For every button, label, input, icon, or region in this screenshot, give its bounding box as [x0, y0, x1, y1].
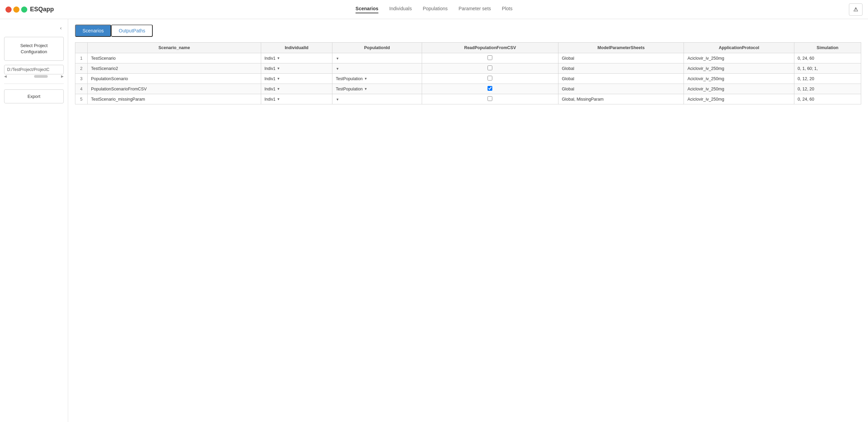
application-protocol-cell: Aciclovir_iv_250mg	[684, 63, 794, 74]
simulation-cell: 0, 24, 60	[794, 94, 861, 104]
col-header-application-protocol: ApplicationProtocol	[684, 43, 794, 53]
application-protocol-cell: Aciclovir_iv_250mg	[684, 53, 794, 63]
individual-id-dropdown[interactable]: Indiv1 ▼	[265, 97, 280, 102]
dropdown-arrow-individual: ▼	[277, 97, 280, 101]
row-number-cell: 5	[75, 94, 88, 104]
top-nav: ESQapp Scenarios Individuals Populations…	[0, 0, 868, 19]
nav-tab-plots[interactable]: Plots	[502, 6, 512, 13]
nav-right: ⚠	[849, 3, 863, 16]
individual-id-dropdown[interactable]: Indiv1 ▼	[265, 56, 280, 61]
simulation-cell: 0, 12, 20	[794, 84, 861, 94]
population-id-dropdown[interactable]: ▼	[336, 98, 339, 101]
model-parameter-sheets-cell: Global	[558, 74, 684, 84]
logo-circle-yellow	[13, 6, 19, 13]
read-population-csv-cell[interactable]	[422, 63, 558, 74]
population-id-cell[interactable]: ▼	[332, 94, 422, 104]
dropdown-arrow-population: ▼	[364, 87, 368, 91]
dropdown-arrow-individual: ▼	[277, 87, 280, 91]
read-population-checkbox[interactable]	[488, 96, 492, 101]
read-population-checkbox[interactable]	[488, 86, 492, 91]
table-row: 3PopulationScenarioIndiv1 ▼TestPopulatio…	[75, 74, 861, 84]
warning-button[interactable]: ⚠	[849, 3, 863, 16]
table-header-row: Scenario_name IndividualId PopulationId …	[75, 43, 861, 53]
sub-tab-output-paths[interactable]: OutputPaths	[111, 25, 153, 37]
population-id-cell[interactable]: TestPopulation ▼	[332, 74, 422, 84]
sub-tab-scenarios[interactable]: Scenarios	[75, 25, 111, 37]
logo-circles	[5, 6, 27, 13]
model-parameter-sheets-cell: Global	[558, 53, 684, 63]
read-population-checkbox[interactable]	[488, 66, 492, 70]
table-row: 2TestScenario2Indiv1 ▼ ▼GlobalAciclovir_…	[75, 63, 861, 74]
simulation-cell: 0, 24, 60	[794, 53, 861, 63]
col-header-simulation: Simulation	[794, 43, 861, 53]
dropdown-arrow-individual: ▼	[277, 67, 280, 70]
main-layout: ‹ Select Project Configuration D:/TestPr…	[0, 19, 868, 422]
scenarios-table: Scenario_name IndividualId PopulationId …	[75, 42, 861, 104]
simulation-cell: 0, 12, 20	[794, 74, 861, 84]
nav-tab-individuals[interactable]: Individuals	[389, 6, 412, 13]
content-area: Scenarios OutputPaths Scenario_name Indi…	[68, 19, 868, 422]
scenario-name-cell: TestScenario2	[88, 63, 261, 74]
individual-id-cell[interactable]: Indiv1 ▼	[261, 63, 332, 74]
col-header-read-population: ReadPopulationFromCSV	[422, 43, 558, 53]
row-number-cell: 3	[75, 74, 88, 84]
simulation-cell: 0, 1, 60; 1,	[794, 63, 861, 74]
logo-area: ESQapp	[5, 6, 54, 13]
nav-tabs: Scenarios Individuals Populations Parame…	[356, 6, 512, 13]
dropdown-arrow-population: ▼	[364, 77, 368, 81]
application-protocol-cell: Aciclovir_iv_250mg	[684, 94, 794, 104]
table-row: 4PopulationScenarioFromCSVIndiv1 ▼TestPo…	[75, 84, 861, 94]
read-population-checkbox[interactable]	[488, 55, 492, 60]
collapse-button[interactable]: ‹	[58, 25, 64, 31]
path-arrow-right[interactable]: ▶	[61, 74, 64, 78]
dropdown-arrow-population: ▼	[336, 98, 339, 101]
read-population-csv-cell[interactable]	[422, 53, 558, 63]
nav-tab-populations[interactable]: Populations	[423, 6, 448, 13]
application-protocol-cell: Aciclovir_iv_250mg	[684, 74, 794, 84]
row-number-cell: 1	[75, 53, 88, 63]
population-id-dropdown[interactable]: ▼	[336, 57, 339, 60]
logo-circle-green	[21, 6, 27, 13]
path-arrow-left[interactable]: ◀	[4, 74, 7, 78]
individual-id-cell[interactable]: Indiv1 ▼	[261, 84, 332, 94]
sidebar-divider	[4, 84, 64, 84]
path-scroll-thumb	[34, 75, 48, 78]
scenario-name-cell: PopulationScenarioFromCSV	[88, 84, 261, 94]
population-id-cell[interactable]: ▼	[332, 53, 422, 63]
table-row: 1TestScenarioIndiv1 ▼ ▼GlobalAciclovir_i…	[75, 53, 861, 63]
population-id-cell[interactable]: ▼	[332, 63, 422, 74]
individual-id-cell[interactable]: Indiv1 ▼	[261, 74, 332, 84]
logo-circle-red	[5, 6, 12, 13]
export-button[interactable]: Export	[4, 89, 64, 103]
scenario-name-cell: PopulationScenario	[88, 74, 261, 84]
individual-id-cell[interactable]: Indiv1 ▼	[261, 94, 332, 104]
sidebar-collapse: ‹	[4, 23, 64, 33]
scenario-name-cell: TestScenario_missingParam	[88, 94, 261, 104]
population-id-dropdown[interactable]: TestPopulation ▼	[336, 76, 368, 81]
col-header-scenario-name: Scenario_name	[88, 43, 261, 53]
nav-tab-parameter-sets[interactable]: Parameter sets	[459, 6, 491, 13]
scenario-name-cell: TestScenario	[88, 53, 261, 63]
individual-id-dropdown[interactable]: Indiv1 ▼	[265, 76, 280, 81]
individual-id-dropdown[interactable]: Indiv1 ▼	[265, 66, 280, 71]
population-id-dropdown[interactable]: ▼	[336, 67, 339, 71]
model-parameter-sheets-cell: Global, MissingParam	[558, 94, 684, 104]
individual-id-cell[interactable]: Indiv1 ▼	[261, 53, 332, 63]
nav-tab-scenarios[interactable]: Scenarios	[356, 6, 378, 13]
population-id-cell[interactable]: TestPopulation ▼	[332, 84, 422, 94]
read-population-checkbox[interactable]	[488, 76, 492, 81]
population-id-dropdown[interactable]: TestPopulation ▼	[336, 87, 368, 91]
select-project-button[interactable]: Select Project Configuration	[4, 37, 64, 61]
individual-id-dropdown[interactable]: Indiv1 ▼	[265, 87, 280, 91]
model-parameter-sheets-cell: Global	[558, 63, 684, 74]
row-number-cell: 4	[75, 84, 88, 94]
col-header-model-parameter-sheets: ModelParameterSheets	[558, 43, 684, 53]
project-path: D:/TestProject/ProjectC	[4, 65, 64, 74]
path-arrows: ◀ ▶	[4, 74, 64, 78]
col-header-rownum	[75, 43, 88, 53]
read-population-csv-cell[interactable]	[422, 94, 558, 104]
read-population-csv-cell[interactable]	[422, 74, 558, 84]
read-population-csv-cell[interactable]	[422, 84, 558, 94]
col-header-population-id: PopulationId	[332, 43, 422, 53]
dropdown-arrow-individual: ▼	[277, 56, 280, 60]
